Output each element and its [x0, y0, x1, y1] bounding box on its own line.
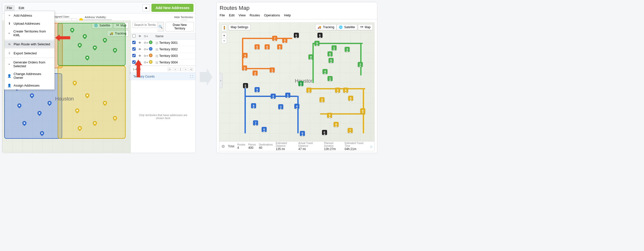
routes-map-panel: Routes Map FileEditViewRoutesOperationsH…: [216, 2, 377, 153]
territory-counts-empty: Only territories that have addresses are…: [131, 80, 195, 153]
pager-current: 1: [178, 67, 182, 71]
video-icon[interactable]: ■: [142, 4, 150, 11]
route-end-marker[interactable]: E: [294, 33, 299, 38]
annotation-arrow: [135, 60, 142, 78]
territory-row[interactable]: 👁 ⚙▾ ▤Territory 0003: [131, 53, 195, 59]
pager-last[interactable]: >|: [189, 67, 193, 71]
gear-icon[interactable]: ⚙: [221, 144, 225, 149]
expand-icon[interactable]: ⛶: [190, 75, 193, 78]
dd-assign[interactable]: 👤Assign Addresses: [5, 82, 54, 89]
dd-add-address[interactable]: ＋Add Address: [5, 11, 54, 20]
plus-icon: ＋: [8, 62, 11, 66]
satellite-toggle[interactable]: 🌐Satellite: [337, 24, 357, 30]
territory-row[interactable]: 👁 ⚙▾ ▤Territory 0001: [131, 40, 195, 46]
globe-icon: 🌐: [339, 25, 343, 29]
draw-territory-button[interactable]: Draw New Territory: [166, 22, 194, 31]
user-icon: 👤: [8, 74, 11, 78]
pegman-icon[interactable]: 🧍: [221, 25, 227, 31]
territory-shape-yellow[interactable]: [58, 66, 126, 139]
territory-name: Territory 0004: [159, 61, 178, 64]
city-label: Houston: [55, 96, 74, 102]
route-start-marker[interactable]: S: [298, 81, 303, 86]
city-label: Houston: [295, 78, 314, 84]
gear-icon[interactable]: ⚙▾: [142, 61, 149, 64]
tracking-button[interactable]: 🚚Tracking: [315, 24, 337, 30]
upload-icon: ⬆: [8, 22, 11, 25]
zoom-control: + −: [221, 33, 227, 44]
territory-row[interactable]: 👁 ⚙▾ ▤Territory 0002: [131, 46, 195, 53]
zoom-in[interactable]: +: [222, 33, 227, 38]
routes-menu-item[interactable]: Edit: [229, 13, 234, 17]
grip-icon: ▤: [155, 41, 158, 45]
color-swatch: [149, 47, 152, 51]
eye-icon[interactable]: 👁: [137, 34, 142, 38]
territory-checkbox[interactable]: [132, 47, 136, 51]
routes-map[interactable]: 🧍 Map Settings + − 🚚Tracking 🌐Satellite …: [219, 22, 375, 141]
color-swatch: [149, 41, 152, 44]
pager-first[interactable]: |<: [167, 67, 172, 71]
gear-icon[interactable]: ⚙▾: [142, 48, 149, 51]
pager-prev[interactable]: <: [173, 67, 177, 71]
truck-icon: 🚚: [317, 25, 321, 29]
grip-icon: ▤: [155, 54, 158, 58]
gear-icon[interactable]: ⚙▾: [142, 34, 149, 38]
name-column-header: Name: [154, 34, 194, 38]
svg-marker-1: [135, 60, 142, 77]
route-end-marker[interactable]: E: [322, 130, 327, 135]
color-swatch: [149, 54, 152, 57]
expand-route-list-handle[interactable]: ›: [219, 73, 223, 88]
plus-icon: ＋: [8, 13, 11, 18]
routes-menu-item[interactable]: Routes: [250, 13, 260, 17]
territories-sidebar: 🔍 Draw New Territory 👁 ⚙▾ Name 👁 ⚙▾ ▤Ter…: [131, 20, 195, 153]
territories-panel: File Edit ■ Add New Addresses 🔍 Filter b…: [2, 2, 196, 153]
annotation-arrow: [55, 34, 70, 42]
home-icon[interactable]: ⌂: [370, 144, 372, 148]
routes-menu-item[interactable]: Operations: [264, 13, 280, 17]
flow-arrow-icon: [200, 68, 212, 87]
select-all-checkbox[interactable]: [132, 34, 136, 38]
zoom-out[interactable]: −: [222, 38, 227, 43]
territory-name: Territory 0003: [159, 54, 178, 58]
menu-file[interactable]: File: [4, 5, 15, 11]
gear-icon[interactable]: ⚙▾: [142, 41, 149, 45]
territory-checkbox[interactable]: [132, 54, 136, 57]
routes-menu-item[interactable]: File: [220, 13, 225, 17]
territory-search-input[interactable]: [132, 22, 157, 28]
dd-upload[interactable]: ⬆Upload Addresses: [5, 20, 54, 27]
hide-label: Hide Territories:: [174, 16, 193, 19]
territory-checkbox[interactable]: [132, 41, 136, 44]
grip-icon: ▤: [155, 61, 158, 64]
plus-icon: ＋: [8, 31, 11, 35]
routes-menu-item[interactable]: View: [238, 13, 246, 17]
gear-icon[interactable]: ⚙▾: [142, 54, 149, 58]
export-icon: ⇩: [8, 51, 11, 55]
color-swatch: [149, 60, 152, 64]
eye-icon[interactable]: 👁: [137, 48, 142, 51]
total-label: Total: [228, 145, 234, 148]
menu-edit[interactable]: Edit: [16, 5, 27, 11]
routes-summary-bar: ⚙ Total Routes4 Pieces400 Destinations40…: [219, 141, 375, 151]
add-addresses-button[interactable]: Add New Addresses: [151, 4, 193, 12]
routes-menu-item[interactable]: Help: [284, 13, 291, 17]
visibility-label: Address Visibility:: [85, 16, 106, 19]
route-end-marker[interactable]: E: [243, 83, 248, 88]
dd-generate-orders[interactable]: ＋Generate Orders from Selected: [5, 58, 54, 70]
map-settings-button[interactable]: Map Settings: [228, 24, 251, 30]
page-title: Routes Map: [217, 2, 377, 12]
dd-kml[interactable]: ＋Create Territories from KML: [5, 27, 54, 39]
dd-change-owner[interactable]: 👤Change Addresses Owner: [5, 70, 54, 82]
dd-plan-route[interactable]: ≋Plan Route with Selected: [5, 40, 54, 48]
territory-name: Territory 0002: [159, 48, 178, 51]
svg-marker-2: [200, 68, 212, 86]
route-end-marker[interactable]: E: [317, 33, 323, 38]
territory-name: Territory 0001: [159, 41, 178, 45]
eye-icon[interactable]: 👁: [137, 54, 142, 58]
eye-icon[interactable]: 👁: [137, 41, 142, 45]
pager-next[interactable]: >: [183, 67, 187, 71]
territory-shape-green[interactable]: [58, 23, 126, 66]
grip-icon: ▤: [155, 48, 158, 51]
search-icon[interactable]: 🔍: [157, 22, 164, 31]
map-toggle[interactable]: 🗺Map: [358, 24, 373, 30]
user-icon: 👤: [8, 84, 11, 87]
dd-export[interactable]: ⇩Export Selected: [5, 49, 54, 57]
